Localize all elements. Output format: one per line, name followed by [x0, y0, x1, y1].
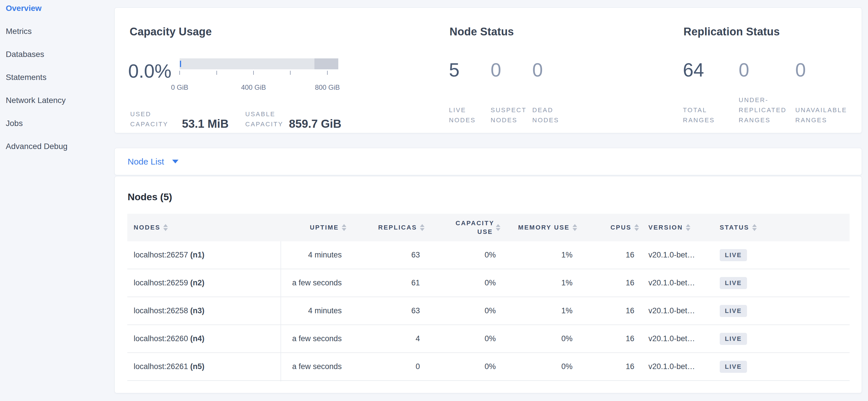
chevron-down-icon	[172, 160, 179, 163]
sort-icon	[420, 224, 425, 231]
suspect-nodes-label: SUSPECT NODES	[491, 105, 532, 125]
capacity-bar	[180, 58, 338, 69]
table-header-row: NODES UPTIME REPLICAS CAPACITY USE MEMOR…	[127, 214, 849, 241]
column-header-memory-use[interactable]: MEMORY USE	[503, 223, 580, 232]
dead-nodes-metric: 0 DEAD NODES	[532, 59, 581, 125]
axis-tick	[179, 71, 180, 75]
dead-nodes-value: 0	[532, 59, 581, 81]
node-id: (n2)	[190, 279, 205, 287]
status-badge: LIVE	[720, 249, 747, 261]
under-replicated-ranges-value: 0	[739, 59, 795, 81]
table-row[interactable]: localhost:26261 (n5) a few seconds 0 0% …	[127, 353, 849, 381]
axis-label-800: 800 GiB	[304, 83, 350, 91]
column-divider	[281, 241, 281, 381]
sort-icon	[163, 224, 168, 231]
sidebar-item-network-latency[interactable]: Network Latency	[0, 89, 111, 112]
sort-icon	[686, 224, 690, 231]
capacity-usage-title: Capacity Usage	[130, 26, 212, 38]
column-header-nodes[interactable]: NODES	[127, 223, 281, 232]
under-replicated-ranges-label: UNDER-REPLICATED RANGES	[739, 95, 796, 125]
table-row[interactable]: localhost:26259 (n2) a few seconds 61 0%…	[127, 269, 849, 297]
live-nodes-label: LIVE NODES	[449, 105, 491, 125]
node-status-title: Node Status	[450, 26, 514, 38]
capacity-percent: 0.0%	[128, 60, 171, 82]
sort-icon	[342, 224, 346, 231]
axis-tick	[216, 71, 217, 75]
node-list-dropdown-label: Node List	[128, 157, 164, 167]
table-row[interactable]: localhost:26260 (n4) a few seconds 4 0% …	[127, 325, 849, 353]
capacity-bar-nonusable-segment	[314, 58, 338, 69]
column-header-capacity-use[interactable]: CAPACITY USE	[427, 219, 503, 236]
column-header-version[interactable]: VERSION	[641, 223, 712, 232]
sort-icon	[572, 224, 577, 231]
nodes-table-title: Nodes (5)	[128, 191, 172, 202]
node-id: (n5)	[190, 362, 205, 371]
sort-icon	[496, 224, 500, 231]
dead-nodes-label: DEAD NODES	[532, 105, 581, 125]
axis-label-400: 400 GiB	[230, 83, 277, 91]
live-nodes-value: 5	[449, 59, 491, 81]
axis-tick	[253, 71, 254, 75]
suspect-nodes-value: 0	[491, 59, 532, 81]
sidebar-item-statements[interactable]: Statements	[0, 66, 111, 89]
sidebar-item-overview[interactable]: Overview	[0, 0, 111, 20]
live-nodes-metric: 5 LIVE NODES	[449, 59, 491, 125]
axis-tick	[327, 71, 328, 75]
axis-tick	[290, 71, 290, 75]
node-id: (n3)	[190, 306, 205, 315]
unavailable-ranges-label: UNAVAILABLE RANGES	[795, 105, 856, 125]
column-header-cpus[interactable]: CPUS	[580, 223, 641, 232]
unavailable-ranges-metric: 0 UNAVAILABLE RANGES	[795, 59, 864, 125]
status-badge: LIVE	[720, 277, 747, 289]
status-badge: LIVE	[720, 333, 747, 345]
column-header-status[interactable]: STATUS	[712, 223, 849, 232]
sidebar: Overview Metrics Databases Statements Ne…	[0, 0, 111, 158]
capacity-bar-used-segment	[180, 61, 181, 67]
under-replicated-ranges-metric: 0 UNDER-REPLICATED RANGES	[739, 59, 795, 125]
node-id: (n1)	[190, 251, 205, 259]
sidebar-item-databases[interactable]: Databases	[0, 43, 111, 66]
axis-label-0: 0 GiB	[157, 83, 203, 91]
suspect-nodes-metric: 0 SUSPECT NODES	[491, 59, 532, 125]
total-ranges-label: TOTAL RANGES	[683, 105, 739, 125]
used-capacity-value: 53.1 MiB	[182, 117, 228, 130]
total-ranges-metric: 64 TOTAL RANGES	[683, 59, 739, 125]
cluster-summary-card: Capacity Usage 0.0% 0 GiB 400 GiB 800 Gi…	[114, 7, 862, 133]
sort-icon	[752, 224, 757, 231]
usable-capacity-value: 859.7 GiB	[289, 117, 341, 130]
node-id: (n4)	[190, 334, 205, 343]
sidebar-item-jobs[interactable]: Jobs	[0, 112, 111, 135]
sidebar-item-metrics[interactable]: Metrics	[0, 20, 111, 43]
status-badge: LIVE	[720, 361, 747, 373]
used-capacity-label: USED CAPACITY	[130, 109, 170, 129]
column-header-replicas[interactable]: REPLICAS	[349, 223, 427, 232]
node-list-dropdown[interactable]: Node List	[128, 148, 179, 175]
sidebar-item-advanced-debug[interactable]: Advanced Debug	[0, 135, 111, 158]
unavailable-ranges-value: 0	[795, 59, 864, 81]
usable-capacity-label: USABLE CAPACITY	[245, 109, 285, 129]
status-badge: LIVE	[720, 305, 747, 317]
replication-status-title: Replication Status	[683, 26, 780, 38]
node-list-bar: Node List	[114, 148, 862, 175]
total-ranges-value: 64	[683, 59, 739, 81]
table-row[interactable]: localhost:26257 (n1) 4 minutes 63 0% 1% …	[127, 241, 849, 269]
nodes-table-card: Nodes (5) NODES UPTIME REPLICAS CAPACITY…	[114, 176, 862, 393]
table-row[interactable]: localhost:26258 (n3) 4 minutes 63 0% 1% …	[127, 297, 849, 325]
nodes-table: NODES UPTIME REPLICAS CAPACITY USE MEMOR…	[127, 214, 849, 381]
column-header-uptime[interactable]: UPTIME	[281, 223, 349, 232]
sort-icon	[634, 224, 639, 231]
